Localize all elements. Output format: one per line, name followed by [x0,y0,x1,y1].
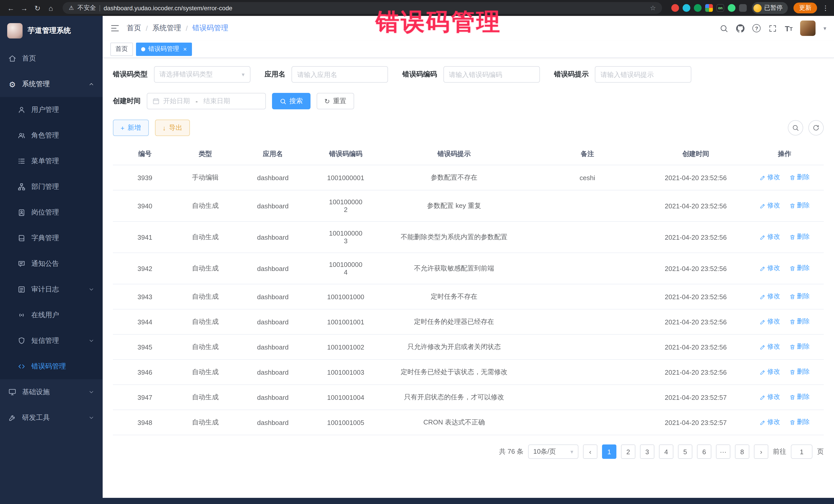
delete-link[interactable]: 删除 [789,418,810,427]
security-label[interactable]: 不安全 [78,4,96,12]
browser-forward-icon[interactable]: → [19,2,30,14]
sidebar-item-role-management[interactable]: 角色管理 [0,123,103,148]
delete-link[interactable]: 删除 [789,317,810,326]
extension-icon[interactable] [728,4,736,12]
cell-type: 自动生成 [177,190,234,221]
user-avatar[interactable] [800,21,816,36]
app-name-input[interactable] [291,66,388,83]
url-text[interactable]: dashboard.yudao.iocoder.cn/system/error-… [104,4,646,12]
refresh-button[interactable] [808,120,824,135]
sidebar-item-infrastructure[interactable]: 基础设施 [0,379,103,405]
edit-link[interactable]: 修改 [760,368,780,376]
profile-paused-badge[interactable]: 已暂停 [752,2,788,14]
page-button[interactable]: 1 [602,444,616,459]
sidebar-item-user-management[interactable]: 用户管理 [0,97,103,123]
chevron-down-icon [88,389,94,395]
column-header: 操作 [745,143,824,165]
delete-link[interactable]: 删除 [789,173,810,182]
breadcrumb-home[interactable]: 首页 [127,24,141,33]
toggle-search-button[interactable] [788,120,803,135]
sidebar-item-post-management[interactable]: 岗位管理 [0,200,103,225]
fullscreen-icon[interactable] [768,24,777,32]
prev-page-button[interactable]: ‹ [583,444,597,459]
page-button[interactable]: ··· [716,444,730,459]
sidebar-item-dev-tools[interactable]: 研发工具 [0,405,103,431]
reset-button[interactable]: ↻ 重置 [317,93,354,109]
log-icon [18,285,26,293]
extension-icon[interactable] [694,4,702,12]
sidebar-item-audit-log[interactable]: 审计日志 [0,277,103,302]
github-icon[interactable] [736,24,745,32]
caret-down-icon[interactable]: ▾ [824,25,826,31]
browser-update-button[interactable]: 更新 [793,3,817,13]
sidebar-fold-icon[interactable] [110,24,119,33]
tab-error-code[interactable]: 错误码管理 × [136,42,192,56]
sidebar-item-error-code[interactable]: 错误码管理 [0,354,103,379]
delete-link[interactable]: 删除 [789,201,810,210]
browser-reload-icon[interactable]: ↻ [32,2,43,14]
extension-icon[interactable] [705,4,713,12]
error-type-select[interactable]: 请选择错误码类型 ▾ [154,66,250,83]
delete-link[interactable]: 删除 [789,264,810,273]
page-button[interactable]: 6 [697,444,711,459]
edit-link[interactable]: 修改 [760,173,780,182]
tab-home[interactable]: 首页 [110,42,133,56]
delete-link[interactable]: 删除 [789,292,810,301]
sidebar-item-label: 研发工具 [22,413,50,422]
page-button[interactable]: 3 [640,444,654,459]
browser-back-icon[interactable]: ← [5,2,17,14]
page-button[interactable]: 4 [659,444,673,459]
sidebar-item-home[interactable]: 首页 [0,46,103,71]
search-button[interactable]: 搜索 [272,93,310,109]
error-code-input[interactable] [443,66,540,83]
app-window: 芋道管理系统 首页 ⚙ 系统管理 用户管理 [0,16,834,498]
chevron-down-icon [88,286,94,292]
sidebar-item-dept-management[interactable]: 部门管理 [0,174,103,200]
delete-link[interactable]: 删除 [789,368,810,376]
search-icon[interactable] [720,24,728,32]
extension-icon[interactable] [683,4,690,12]
close-icon[interactable]: × [183,45,187,52]
chevron-down-icon: ▾ [570,448,573,455]
browser-home-icon[interactable]: ⌂ [45,2,57,14]
edit-link[interactable]: 修改 [760,292,780,301]
breadcrumb-section[interactable]: 系统管理 [152,24,181,33]
page-button[interactable]: 8 [735,444,749,459]
edit-link[interactable]: 修改 [760,343,780,351]
font-size-icon[interactable]: TT [785,24,793,32]
extension-icon[interactable]: on [717,4,724,12]
sidebar-item-online-users[interactable]: 在线用户 [0,302,103,328]
edit-link[interactable]: 修改 [760,233,780,241]
add-button[interactable]: + 新增 [113,119,149,136]
edit-link[interactable]: 修改 [760,201,780,210]
sidebar-item-dict-management[interactable]: 字典管理 [0,225,103,251]
sidebar-item-sms-management[interactable]: 短信管理 [0,328,103,354]
address-bar[interactable]: ⚠ 不安全 dashboard.yudao.iocoder.cn/system/… [63,2,662,14]
help-icon[interactable]: ? [752,24,761,32]
page-button[interactable]: 5 [678,444,692,459]
edit-link[interactable]: 修改 [760,264,780,273]
sidebar-item-system[interactable]: ⚙ 系统管理 [0,71,103,97]
delete-link[interactable]: 删除 [789,233,810,241]
sidebar-item-menu-management[interactable]: 菜单管理 [0,148,103,174]
app-logo[interactable]: 芋道管理系统 [0,16,103,46]
bookmark-star-icon[interactable]: ☆ [650,4,656,12]
edit-link[interactable]: 修改 [760,393,780,401]
extension-icon[interactable] [739,4,747,12]
export-button[interactable]: ↓ 导出 [155,119,190,136]
delete-link[interactable]: 删除 [789,343,810,351]
sidebar-item-label: 角色管理 [31,131,59,140]
browser-menu-icon[interactable]: ⋮ [822,4,829,12]
goto-page-input[interactable] [791,444,812,459]
edit-link[interactable]: 修改 [760,418,780,427]
date-range-picker[interactable]: 开始日期 - 结束日期 [147,93,266,109]
extension-icon[interactable] [671,4,679,12]
sidebar-item-notice[interactable]: 通知公告 [0,251,103,277]
page-size-select[interactable]: 10条/页 ▾ [528,444,578,459]
edit-link[interactable]: 修改 [760,317,780,326]
next-page-button[interactable]: › [754,444,768,459]
delete-link[interactable]: 删除 [789,393,810,401]
table-row: 3944 自动生成 dashboard 1001001001 定时任务的处理器已… [113,309,824,334]
page-button[interactable]: 2 [621,444,635,459]
error-msg-input[interactable] [595,66,691,83]
